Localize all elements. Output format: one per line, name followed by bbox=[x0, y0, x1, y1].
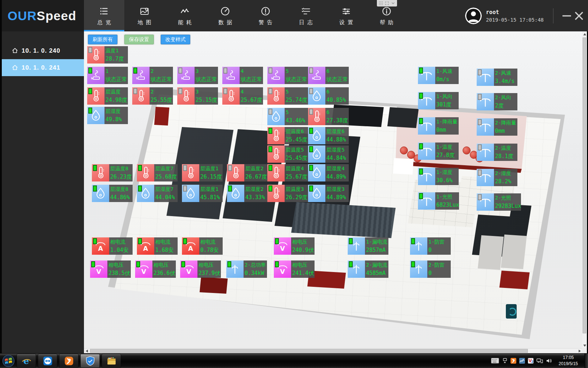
sensor-badge[interactable]: V相电压236.6伏 bbox=[135, 260, 176, 278]
sensor-badge[interactable]: 2-湿度28.2% bbox=[477, 169, 517, 186]
taskbar-clock[interactable]: 17:05 2019/5/15 bbox=[559, 355, 578, 367]
sensor-badge[interactable]: 层温度326.29度 bbox=[267, 185, 308, 202]
sensor-badge[interactable]: 640.85% bbox=[308, 87, 349, 105]
sensor-badge[interactable]: 1-光照6823Lux bbox=[418, 192, 459, 210]
sidebar-item-device-0[interactable]: 10. 1. 0. 240 bbox=[0, 42, 84, 59]
sensor-badge[interactable]: 2-漏电流4585mA bbox=[348, 260, 388, 278]
sensor-badge[interactable]: 225.55度 bbox=[132, 87, 173, 105]
taskbar-app-teamviewer[interactable] bbox=[38, 354, 57, 368]
sensor-badge[interactable]: 2状态正常 bbox=[132, 67, 173, 84]
sensor-badge[interactable]: 2-风向2度 bbox=[477, 93, 517, 110]
sensor-badge[interactable]: 层温度826.23度 bbox=[92, 164, 133, 181]
sensor-badge[interactable]: 4状态正常 bbox=[222, 67, 263, 84]
sensor-badge[interactable]: 1-风向301度 bbox=[418, 92, 459, 109]
v-scroll-track[interactable] bbox=[582, 37, 587, 343]
sensor-badge[interactable]: 5状态正常 bbox=[267, 67, 308, 84]
sensor-badge[interactable]: 层湿度344.89% bbox=[308, 185, 349, 202]
horizontal-scrollbar[interactable] bbox=[84, 348, 582, 353]
tray-v2-icon[interactable]: V2 bbox=[528, 358, 534, 364]
taskbar-app-ie[interactable]: e bbox=[17, 354, 36, 368]
sensor-badge[interactable]: 层温度725.68度 bbox=[137, 164, 178, 181]
sensor-badge[interactable]: 2-降雨量0mm bbox=[477, 118, 517, 136]
sensor-badge[interactable]: 543.46% bbox=[267, 108, 308, 125]
sensor-badge[interactable]: 层湿度243.33% bbox=[227, 185, 268, 202]
layout-grid-icon[interactable] bbox=[379, 1, 383, 5]
sensor-badge[interactable]: 325.15度 bbox=[177, 87, 218, 105]
tray-network-icon[interactable] bbox=[536, 358, 543, 364]
sensor-badge[interactable]: 层湿度744.04% bbox=[137, 185, 178, 202]
scroll-right-arrow[interactable] bbox=[577, 349, 582, 354]
sensor-badge[interactable]: 层湿度844.86% bbox=[92, 185, 133, 202]
sensor-badge[interactable]: 1-漏电流2857mA bbox=[348, 237, 388, 255]
tray-perf-icon[interactable] bbox=[519, 358, 525, 364]
sensor-badge[interactable]: 层湿度49.8% bbox=[87, 107, 128, 124]
sidebar-item-device-1[interactable]: 10. 1. 0. 241 bbox=[0, 59, 84, 76]
sensor-badge[interactable]: 层湿度544.84% bbox=[308, 145, 349, 163]
sensor-badge[interactable]: 6状态正常 bbox=[308, 67, 349, 84]
sensor-badge[interactable]: 2-温度28.1度 bbox=[477, 144, 517, 161]
minimize-button[interactable] bbox=[561, 10, 573, 22]
tab-energy[interactable]: 能耗 bbox=[165, 0, 205, 31]
chevron-down-icon[interactable] bbox=[391, 1, 395, 5]
sensor-badge[interactable]: 1-湿度30.6% bbox=[418, 168, 459, 185]
tab-warning[interactable]: 警告 bbox=[245, 0, 286, 31]
tab-settings[interactable]: 设置 bbox=[326, 0, 366, 31]
taskbar-app-explorer[interactable] bbox=[102, 354, 121, 368]
sensor-badge[interactable]: 2-防雷0 bbox=[410, 260, 451, 278]
h-scroll-track[interactable] bbox=[89, 349, 577, 354]
tab-map[interactable]: 地图 bbox=[124, 0, 165, 31]
sensor-badge[interactable]: 2-总功率0.34kW bbox=[226, 260, 267, 278]
avatar[interactable] bbox=[465, 8, 482, 24]
change-style-button[interactable]: 改变样式 bbox=[161, 35, 190, 44]
v-scroll-thumb[interactable] bbox=[583, 38, 586, 333]
start-button[interactable] bbox=[0, 354, 17, 368]
sensor-badge[interactable]: 层温度625.45度 bbox=[267, 127, 308, 144]
sensor-badge[interactable]: 525.74度 bbox=[267, 87, 308, 105]
save-settings-button[interactable]: 保存设置 bbox=[124, 35, 154, 44]
sensor-badge[interactable]: 425.67度 bbox=[222, 87, 263, 105]
tray-volume-icon[interactable] bbox=[546, 358, 552, 364]
sensor-badge[interactable]: 层温度126.15度 bbox=[182, 164, 223, 181]
tray-show-hidden-icon[interactable] bbox=[502, 358, 508, 364]
sensor-badge[interactable]: 1-温度27.8度 bbox=[418, 143, 459, 160]
sensor-badge[interactable]: 1状态正常 bbox=[87, 67, 128, 84]
scroll-left-arrow[interactable] bbox=[84, 349, 89, 354]
sensor-badge[interactable]: 层湿度644.88% bbox=[308, 127, 349, 144]
tray-xampp-icon[interactable] bbox=[511, 358, 516, 364]
sensor-badge[interactable]: 层温度226.67度 bbox=[227, 164, 268, 181]
refresh-all-button[interactable]: 刷新所有 bbox=[88, 35, 117, 44]
sensor-badge[interactable]: V相电压238.5伏 bbox=[90, 260, 131, 278]
h-scroll-thumb[interactable] bbox=[90, 349, 528, 353]
sensor-badge[interactable]: A相电流1.04安 bbox=[92, 237, 133, 255]
sensor-badge[interactable]: 627.38度 bbox=[308, 108, 349, 125]
sensor-badge[interactable]: 层温度525.45度 bbox=[267, 145, 308, 163]
scroll-down-arrow[interactable] bbox=[582, 343, 587, 348]
sensor-badge[interactable]: V相电压241.4伏 bbox=[274, 260, 315, 278]
sensor-badge[interactable]: 层温度24.98度 bbox=[87, 87, 128, 105]
sensor-badge[interactable]: 2-光照29283Lux bbox=[477, 193, 517, 211]
tab-data[interactable]: 数据 bbox=[205, 0, 245, 31]
scroll-up-arrow[interactable] bbox=[582, 31, 587, 37]
tab-log[interactable]: 日志 bbox=[286, 0, 326, 31]
sensor-badge[interactable]: 3状态正常 bbox=[177, 67, 218, 84]
close-button[interactable] bbox=[573, 10, 585, 22]
sensor-badge[interactable]: A相电流1.68安 bbox=[137, 237, 178, 255]
sensor-badge[interactable]: A相电流0.78安 bbox=[182, 237, 223, 255]
sensor-badge[interactable]: 1-防雷0 bbox=[410, 237, 451, 255]
fullscreen-icon[interactable] bbox=[385, 1, 389, 5]
sensor-badge[interactable]: 温度128.7度 bbox=[87, 46, 128, 63]
taskbar-app-monitor[interactable] bbox=[80, 354, 100, 368]
sensor-badge[interactable]: V相电压237.9伏 bbox=[180, 260, 221, 278]
sensor-badge[interactable]: 1-降雨量0mm bbox=[418, 117, 459, 135]
vertical-scrollbar[interactable] bbox=[582, 31, 587, 348]
tray-keyboard-icon[interactable] bbox=[491, 358, 499, 363]
sensor-badge[interactable]: 层湿度145.81% bbox=[182, 185, 223, 202]
sensor-badge[interactable]: 2-风速3.4m/s bbox=[477, 69, 517, 86]
sensor-badge[interactable]: 层湿度444.89% bbox=[308, 164, 349, 181]
taskbar-app-xampp[interactable] bbox=[59, 354, 79, 368]
tab-overview[interactable]: 总览 bbox=[84, 0, 124, 31]
sensor-badge[interactable]: 1-风速0m/s bbox=[418, 67, 459, 84]
show-desktop-button[interactable] bbox=[584, 354, 588, 368]
sensor-badge[interactable]: V相电压240.9伏 bbox=[274, 237, 315, 255]
sensor-badge[interactable]: 层温度425.67度 bbox=[267, 164, 308, 181]
